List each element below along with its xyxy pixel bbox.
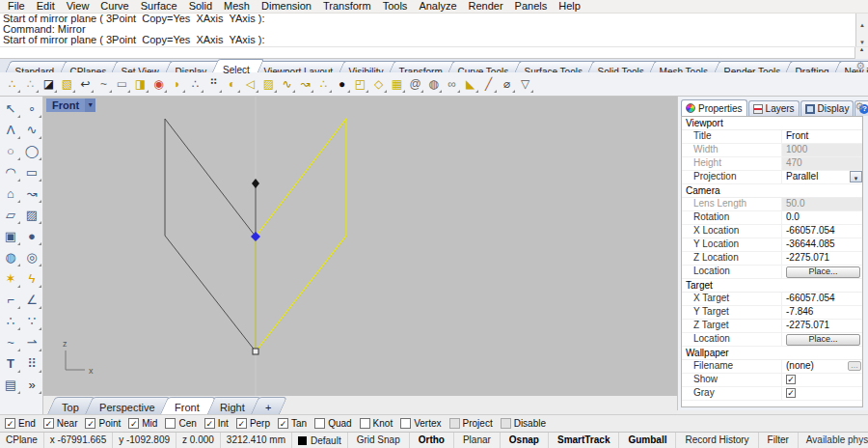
prompt-history-spinner[interactable]	[854, 47, 868, 59]
cplane-pane[interactable]: CPlane	[0, 433, 44, 448]
toolbar-icon[interactable]: ⠛	[204, 74, 223, 95]
menu-item[interactable]: Panels	[509, 0, 554, 13]
sidebar-icon[interactable]: ↖	[0, 98, 21, 120]
sidebar-icon[interactable]: ∴	[0, 311, 21, 332]
osnap-toggle[interactable]: Perp	[236, 418, 270, 429]
osnap-toggle[interactable]: Vertex	[400, 418, 441, 429]
property-value[interactable]: -2275.071	[782, 252, 862, 265]
checkbox[interactable]	[400, 418, 411, 429]
command-prompt-input[interactable]: End of mirror plane ( Copy=Yes ):	[0, 46, 868, 59]
sidebar-icon[interactable]: ⌐	[0, 290, 21, 311]
toolbar-tab[interactable]: Transform	[389, 61, 457, 72]
place-button[interactable]: Place...	[786, 266, 860, 278]
checkbox[interactable]	[5, 418, 15, 429]
osnap-toggle[interactable]: Knot	[360, 418, 393, 429]
toolbar-tab[interactable]: Curve Tools	[448, 61, 523, 72]
mirror-source-curve[interactable]	[165, 119, 256, 351]
osnap-toggle[interactable]: Quad	[314, 418, 351, 429]
toolbar-tab[interactable]: Mesh Tools	[650, 61, 723, 72]
property-value[interactable]: -7.846	[782, 306, 862, 319]
sidebar-icon[interactable]: ~	[0, 332, 21, 353]
sidebar-icon[interactable]: ○	[0, 141, 21, 162]
sidebar-icon[interactable]: ϟ	[21, 268, 42, 290]
toolbar-icon[interactable]: ●	[333, 74, 351, 95]
checkbox[interactable]	[501, 418, 511, 429]
sidebar-icon[interactable]: ∘	[21, 98, 42, 120]
toolbar-icon[interactable]: ∿	[278, 74, 296, 95]
toolbar-icon[interactable]: ◉	[149, 74, 168, 95]
toolbar-tab[interactable]: Set View	[112, 61, 175, 72]
property-value[interactable]: 50.0	[782, 198, 862, 210]
toolbar-icon[interactable]: ⌀	[498, 74, 516, 95]
viewport-tab[interactable]: Perspective	[85, 397, 171, 414]
viewport-title-chip[interactable]: Front ▼	[46, 98, 95, 112]
menu-item[interactable]: View	[61, 0, 95, 13]
toolbar-icon[interactable]: ∴	[186, 74, 204, 95]
scroll-up-icon[interactable]	[859, 14, 865, 31]
status-toggle[interactable]: Record History	[676, 433, 758, 448]
toolbar-icon[interactable]: ~	[95, 74, 113, 95]
checkbox[interactable]	[165, 418, 176, 429]
property-value[interactable]: Place...	[782, 333, 862, 346]
checkbox[interactable]	[360, 418, 370, 429]
sidebar-icon[interactable]: ∿	[21, 120, 42, 141]
toolbar-icon[interactable]: ◰	[351, 74, 369, 95]
osnap-toggle[interactable]: Point	[85, 418, 121, 429]
toolbar-icon[interactable]: ▽	[516, 74, 534, 95]
toolbar-icon[interactable]: ▧	[58, 74, 76, 95]
menu-item[interactable]: Tools	[377, 0, 414, 13]
sidebar-icon[interactable]: ▣	[0, 226, 21, 247]
sidebar-icon[interactable]: Λ	[0, 120, 21, 141]
toolbar-icon[interactable]: ▨	[259, 74, 278, 95]
property-value[interactable]: -66057.054	[782, 293, 862, 305]
toolbar-icon[interactable]: ◇	[369, 74, 388, 95]
sidebar-icon[interactable]: ⠿	[21, 353, 42, 375]
checkbox[interactable]	[128, 418, 139, 429]
menu-item[interactable]: Edit	[31, 0, 61, 13]
property-value[interactable]: Place...	[782, 266, 862, 278]
status-toggle[interactable]: Filter	[759, 433, 799, 448]
place-button[interactable]: Place...	[786, 334, 860, 346]
menu-item[interactable]: Curve	[95, 0, 134, 13]
menu-item[interactable]: Transform	[317, 0, 377, 13]
osnap-toggle[interactable]: Near	[43, 418, 78, 429]
status-toggle[interactable]: Planar	[454, 433, 501, 448]
menu-item[interactable]: Help	[553, 0, 586, 13]
property-value[interactable]: Parallel	[782, 171, 862, 183]
toolbar-tab[interactable]: Surface Tools	[514, 61, 597, 72]
sidebar-icon[interactable]: ▭	[21, 162, 42, 183]
sidebar-icon[interactable]: »	[21, 375, 42, 396]
dropdown-arrow-icon[interactable]	[850, 171, 862, 182]
osnap-toggle[interactable]: Int	[204, 418, 229, 429]
osnap-toggle[interactable]: Cen	[165, 418, 196, 429]
status-toggle[interactable]: Ortho	[410, 433, 454, 448]
toolbar-icon[interactable]: ▭	[113, 74, 131, 95]
mirror-copy-curve[interactable]	[256, 119, 346, 351]
toolbar-icon[interactable]: ↝	[296, 74, 314, 95]
gear-icon[interactable]: ⚙	[854, 100, 864, 113]
property-value[interactable]: 1000	[782, 144, 862, 156]
checkbox[interactable]	[786, 388, 796, 398]
toolbar-icon[interactable]: ◗	[168, 74, 186, 95]
sidebar-icon[interactable]: ⇀	[21, 332, 42, 353]
toolbar-icon[interactable]: ∴	[314, 74, 333, 95]
toolbar-icon[interactable]: ╱	[479, 74, 498, 95]
toolbar-icon[interactable]: ∴	[21, 74, 40, 95]
menu-item[interactable]: Mesh	[218, 0, 256, 13]
checkbox[interactable]	[449, 418, 460, 429]
property-value[interactable]: 0.0	[782, 211, 862, 224]
checkbox[interactable]	[314, 418, 325, 429]
property-value[interactable]: -66057.054	[782, 225, 862, 238]
toolbar-tab[interactable]: Solid Tools	[587, 61, 659, 72]
menu-item[interactable]: Analyze	[413, 0, 462, 13]
sidebar-icon[interactable]: ◍	[0, 247, 21, 268]
osnap-toggle[interactable]: End	[5, 418, 36, 429]
property-value[interactable]: Front	[782, 130, 862, 143]
checkbox[interactable]	[278, 418, 288, 429]
sidebar-icon[interactable]: ◠	[0, 162, 21, 183]
property-value[interactable]	[782, 374, 862, 386]
toolbar-icon[interactable]: ◍	[424, 74, 443, 95]
property-value[interactable]	[782, 387, 862, 400]
sidebar-icon[interactable]: ↝	[21, 183, 42, 205]
sidebar-icon[interactable]: T	[0, 353, 21, 375]
